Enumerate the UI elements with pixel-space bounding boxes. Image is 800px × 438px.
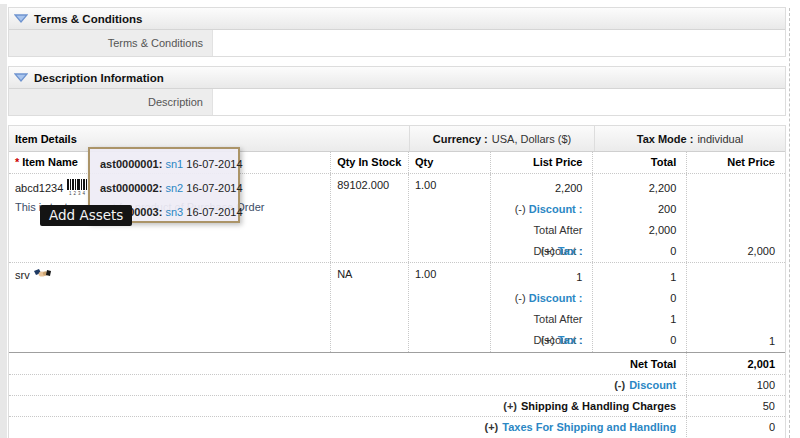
discount-link[interactable]: Discount : <box>529 203 583 215</box>
tax-value: 0 <box>593 330 676 351</box>
terms-conditions-label: Terms & Conditions <box>9 30 213 56</box>
summary-discount-row: (-)Discount 100 <box>9 374 785 395</box>
amounts-cell: 2,200 200 2,000 0 <box>592 174 686 262</box>
svg-text:1234: 1234 <box>69 191 87 196</box>
description-section: Description Information Description <box>8 66 786 116</box>
qty-cell: 1.00 <box>408 263 490 352</box>
tax-link[interactable]: Tax : <box>558 334 583 346</box>
summary-discount-value: 100 <box>686 375 785 395</box>
column-qty-in-stock: Qty In Stock <box>330 152 408 173</box>
net-price-cell: 1 <box>686 263 785 352</box>
qty-in-stock-cell: 89102.000 <box>330 174 408 262</box>
add-assets-tooltip: Add Assets <box>40 205 132 226</box>
discount-value: 0 <box>593 288 676 309</box>
summary-shipping-tax-value: 0 <box>686 417 785 437</box>
asset-serial-link[interactable]: sn2 <box>165 182 183 194</box>
net-total-value: 2,001 <box>686 353 785 374</box>
terms-conditions-section: Terms & Conditions Terms & Conditions <box>8 7 786 57</box>
discount-value: 200 <box>593 199 676 220</box>
terms-conditions-value <box>213 30 785 56</box>
summary-discount-link[interactable]: Discount <box>629 379 676 391</box>
barcode-icon[interactable]: 1234 <box>67 179 89 197</box>
item-name-text[interactable]: srv <box>15 269 30 281</box>
asset-serial-link[interactable]: sn3 <box>165 206 183 218</box>
summary-shipping-label: Shipping & Handling Charges <box>521 400 676 412</box>
description-header[interactable]: Description Information <box>9 67 785 89</box>
page-left-margin <box>0 4 7 438</box>
asset-serial-link[interactable]: sn1 <box>165 158 183 170</box>
amounts-cell: 1 0 1 0 <box>592 263 686 352</box>
asset-item: ast0000002: sn2 16-07-2014 <box>100 176 232 200</box>
item-name-text[interactable]: abcd1234 <box>15 182 63 194</box>
list-price-value: 1 <box>491 267 583 288</box>
discount-link[interactable]: Discount : <box>529 292 583 304</box>
service-handshake-icon[interactable] <box>34 268 51 282</box>
currency-info: Currency : USA, Dollars ($) <box>409 126 594 151</box>
asset-item: ast0000001: sn1 16-07-2014 <box>100 152 232 176</box>
column-list-price: List Price <box>490 152 593 173</box>
total-after-discount-label: Total After Discount : <box>491 220 583 241</box>
net-price-cell: 2,000 <box>686 174 785 262</box>
column-qty: Qty <box>408 152 490 173</box>
column-total: Total <box>592 152 686 173</box>
collapse-triangle-icon[interactable] <box>14 14 28 23</box>
description-value <box>213 89 785 115</box>
summary-shipping-value: 50 <box>686 396 785 416</box>
qty-cell: 1.00 <box>408 174 490 262</box>
total-value: 1 <box>593 267 676 288</box>
net-total-label: Net Total <box>592 353 686 374</box>
column-net-price: Net Price <box>686 152 785 173</box>
summary-shipping-tax-row: (+)Taxes For Shipping and Handling 0 <box>9 416 785 437</box>
collapse-triangle-icon[interactable] <box>14 73 28 82</box>
description-label: Description <box>9 89 213 115</box>
net-total-row: Net Total 2,001 <box>9 352 785 374</box>
price-labels-cell: 1 (-) Discount : Total After Discount : … <box>490 263 593 352</box>
total-after-discount-label: Total After Discount : <box>491 309 583 330</box>
section-title: Terms & Conditions <box>34 13 142 25</box>
tax-value: 0 <box>593 241 676 262</box>
layout-dashed-divider <box>789 8 790 438</box>
tax-mode-label: Tax Mode : <box>637 133 694 145</box>
terms-conditions-field-row: Terms & Conditions <box>9 30 785 56</box>
tax-mode-value: individual <box>697 133 743 145</box>
price-labels-cell: 2,200 (-) Discount : Total After Discoun… <box>490 174 593 262</box>
purchase-order-page: Terms & Conditions Terms & Conditions De… <box>0 0 800 438</box>
qty-in-stock-cell: NA <box>330 263 408 352</box>
currency-label: Currency : <box>433 133 488 145</box>
currency-value: USA, Dollars ($) <box>492 133 571 145</box>
list-price-value: 2,200 <box>491 178 583 199</box>
after-discount-value: 2,000 <box>593 220 676 241</box>
after-discount-value: 1 <box>593 309 676 330</box>
tax-link[interactable]: Tax : <box>558 245 583 257</box>
section-title: Description Information <box>34 72 164 84</box>
tax-mode-info: Tax Mode : individual <box>594 126 785 151</box>
item-name-cell: srv <box>9 263 330 352</box>
summary-shipping-tax-link[interactable]: Taxes For Shipping and Handling <box>502 421 676 433</box>
total-value: 2,200 <box>593 178 676 199</box>
terms-conditions-header[interactable]: Terms & Conditions <box>9 8 785 30</box>
description-field-row: Description <box>9 89 785 115</box>
table-row: srv NA 1.00 1 (-) Discount : Tota <box>9 262 785 352</box>
required-marker: * <box>15 156 19 168</box>
summary-shipping-row: (+)Shipping & Handling Charges 50 <box>9 395 785 416</box>
